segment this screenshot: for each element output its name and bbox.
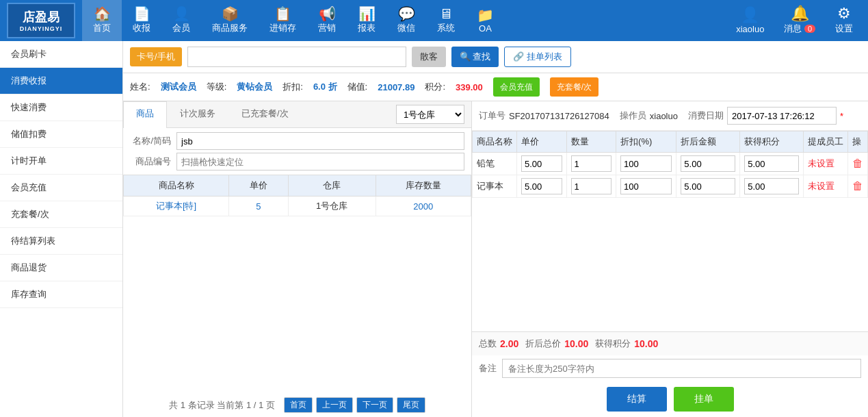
order-col-discount: 折扣(%) bbox=[616, 131, 676, 153]
nav-item-receipt[interactable]: 📄 收报 bbox=[122, 0, 161, 41]
page-first-button[interactable]: 首页 bbox=[284, 397, 313, 413]
order-qty-0[interactable] bbox=[566, 153, 616, 175]
logo-sub: DIANYINGYI bbox=[20, 25, 63, 32]
system-icon: 🖥 bbox=[439, 7, 453, 21]
delete-row-1-icon[interactable]: 🗑 bbox=[852, 180, 863, 192]
sidebar-item-package-charge[interactable]: 充套餐/次 bbox=[0, 201, 122, 228]
page-next-button[interactable]: 下一页 bbox=[356, 397, 393, 413]
member-points-value: 339.00 bbox=[456, 82, 483, 92]
product-stock-cell: 2000 bbox=[376, 197, 471, 216]
code-search-input[interactable] bbox=[176, 153, 464, 170]
nav-item-home[interactable]: 🏠 首页 bbox=[82, 0, 122, 41]
sidebar-item-stored-deduct[interactable]: 储值扣费 bbox=[0, 121, 122, 148]
nav-label-marketing: 营销 bbox=[318, 22, 336, 34]
nav-user[interactable]: 👤 xiaoluo bbox=[728, 0, 772, 41]
name-search-label: 名称/简码 bbox=[130, 135, 171, 147]
card-input[interactable] bbox=[187, 47, 406, 67]
order-staff-1[interactable]: 未设置 bbox=[803, 175, 847, 198]
order-table-header: 商品名称 单价 数量 折扣(%) 折后金额 获得积分 提成员工 操 bbox=[473, 131, 868, 153]
guest-button[interactable]: 散客 bbox=[412, 47, 446, 67]
wechat-icon: 💬 bbox=[398, 7, 415, 21]
sidebar-item-card-swipe[interactable]: 会员刷卡 bbox=[0, 41, 122, 68]
nav-settings[interactable]: ⚙ 设置 bbox=[827, 0, 861, 41]
order-after-price-1[interactable] bbox=[676, 175, 740, 198]
operator-label: 操作员 bbox=[620, 110, 646, 122]
nav-item-inventory[interactable]: 📋 进销存 bbox=[259, 0, 307, 41]
nav-item-report[interactable]: 📊 报表 bbox=[347, 0, 386, 41]
package-charge-button[interactable]: 充套餐/次 bbox=[550, 77, 599, 97]
page-last-button[interactable]: 尾页 bbox=[397, 397, 425, 413]
sidebar-item-pending-list[interactable]: 待结算列表 bbox=[0, 228, 122, 255]
tab-timed-service[interactable]: 计次服务 bbox=[167, 101, 228, 128]
order-del-1[interactable]: 🗑 bbox=[847, 175, 867, 198]
col-product-name: 商品名称 bbox=[124, 175, 229, 197]
checkout-button[interactable]: 结算 bbox=[607, 387, 667, 412]
order-del-0[interactable]: 🗑 bbox=[847, 153, 867, 175]
sidebar-item-stock-query[interactable]: 库存查询 bbox=[0, 281, 122, 308]
top-bar: 卡号/手机 散客 🔍 查找 🔗 挂单列表 bbox=[123, 41, 868, 73]
order-price-0[interactable] bbox=[517, 153, 567, 175]
tab-goods[interactable]: 商品 bbox=[123, 101, 167, 128]
operator-field: 操作员 xiaoluo bbox=[620, 107, 678, 125]
order-qty-1[interactable] bbox=[566, 175, 616, 198]
member-bar: 姓名: 测试会员 等级: 黄钻会员 折扣: 6.0 折 储值: 21007.89… bbox=[123, 73, 868, 101]
order-staff-0[interactable]: 未设置 bbox=[803, 153, 847, 175]
points-label: 获得积分 bbox=[595, 338, 631, 350]
sidebar-item-consume[interactable]: 消费收报 bbox=[0, 68, 122, 94]
points-value: 10.00 bbox=[634, 338, 658, 349]
nav-item-oa[interactable]: 📁 OA bbox=[466, 0, 505, 41]
member-level-label: 等级: bbox=[207, 81, 227, 93]
order-discount-1[interactable] bbox=[616, 175, 676, 198]
col-price: 单价 bbox=[229, 175, 289, 197]
search-icon: 🔍 bbox=[460, 51, 471, 62]
order-row-0: 铅笔 未设置 🗑 bbox=[473, 153, 868, 175]
warehouse-select[interactable]: 1号仓库 bbox=[396, 105, 464, 124]
left-panel: 商品 计次服务 已充套餐/次 1号仓库 名称/简码 bbox=[123, 101, 472, 417]
inventory-icon: 📋 bbox=[274, 7, 291, 21]
member-recharge-button[interactable]: 会员充值 bbox=[493, 77, 540, 97]
sidebar-item-member-recharge[interactable]: 会员充值 bbox=[0, 175, 122, 201]
nav-label-oa: OA bbox=[479, 23, 492, 34]
order-price-1[interactable] bbox=[517, 175, 567, 198]
member-discount-value: 6.0 折 bbox=[313, 81, 337, 93]
tab-charged-package[interactable]: 已充套餐/次 bbox=[228, 101, 302, 128]
remark-row: 备注 bbox=[472, 355, 868, 381]
total-label: 总数 bbox=[479, 338, 497, 350]
order-no-value: SF20170713172612​7084 bbox=[509, 111, 609, 121]
nav-label-report: 报表 bbox=[358, 22, 376, 34]
member-level-value: 黄钻会员 bbox=[237, 81, 272, 93]
order-points-1[interactable] bbox=[740, 175, 804, 198]
sidebar-item-timer-bill[interactable]: 计时开单 bbox=[0, 148, 122, 175]
hang-list-button[interactable]: 🔗 挂单列表 bbox=[504, 47, 571, 67]
username: xiaoluo bbox=[736, 24, 764, 34]
home-icon: 🏠 bbox=[94, 7, 111, 21]
sidebar-item-quick-consume[interactable]: 快速消费 bbox=[0, 94, 122, 121]
oa-icon: 📁 bbox=[477, 8, 494, 22]
page-prev-button[interactable]: 上一页 bbox=[316, 397, 353, 413]
order-discount-0[interactable] bbox=[616, 153, 676, 175]
name-search-input[interactable] bbox=[176, 132, 464, 150]
nav-item-wechat[interactable]: 💬 微信 bbox=[386, 0, 426, 41]
order-col-name: 商品名称 bbox=[473, 131, 517, 153]
hang-button[interactable]: 挂单 bbox=[674, 387, 734, 412]
logo: 店盈易 DIANYINGYI bbox=[7, 3, 75, 38]
sidebar-item-return-goods[interactable]: 商品退货 bbox=[0, 255, 122, 281]
order-col-staff: 提成员工 bbox=[803, 131, 847, 153]
order-after-price-0[interactable] bbox=[676, 153, 740, 175]
code-search-label: 商品编号 bbox=[130, 155, 171, 168]
nav-message[interactable]: 🔔 消息 0 bbox=[776, 0, 824, 41]
order-col-op: 操 bbox=[847, 131, 867, 153]
col-warehouse: 仓库 bbox=[288, 175, 376, 197]
remark-input[interactable] bbox=[502, 359, 861, 378]
delete-row-0-icon[interactable]: 🗑 bbox=[852, 157, 863, 169]
search-button[interactable]: 🔍 查找 bbox=[451, 47, 499, 67]
nav-item-goods[interactable]: 📦 商品服务 bbox=[201, 0, 259, 41]
nav-item-marketing[interactable]: 📢 营销 bbox=[307, 0, 347, 41]
date-input[interactable] bbox=[727, 107, 837, 125]
nav-item-member[interactable]: 👤 会员 bbox=[161, 0, 201, 41]
nav-item-system[interactable]: 🖥 系统 bbox=[426, 0, 466, 41]
after-total-value: 10.00 bbox=[564, 338, 588, 349]
product-name-cell[interactable]: 记事本[特] bbox=[124, 197, 229, 216]
order-points-0[interactable] bbox=[740, 153, 804, 175]
operator-value: xiaoluo bbox=[650, 111, 678, 121]
